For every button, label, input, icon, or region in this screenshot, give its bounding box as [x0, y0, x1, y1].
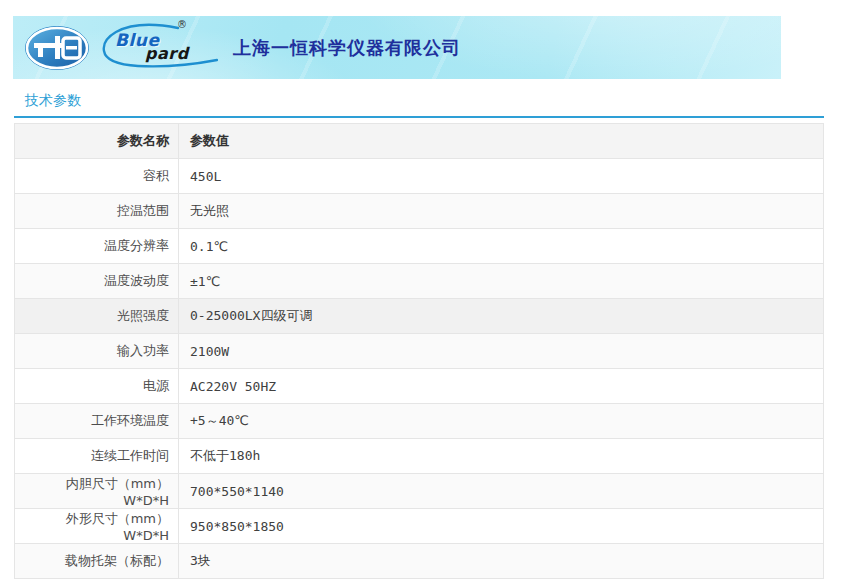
param-value-cell: 0.1℃ — [179, 229, 824, 264]
column-header-param-value: 参数值 — [179, 124, 824, 159]
table-row: 外形尺寸（mm）W*D*H950*850*1850 — [15, 509, 824, 544]
param-name-cell: 内胆尺寸（mm）W*D*H — [15, 474, 179, 509]
table-row: 控温范围无光照 — [15, 194, 824, 229]
param-value-cell: 无光照 — [179, 194, 824, 229]
spec-table: 参数名称 参数值 容积450L控温范围无光照温度分辨率0.1℃温度波动度±1℃光… — [14, 123, 824, 579]
section-title: 技术参数 — [14, 92, 824, 118]
table-row: 输入功率2100W — [15, 334, 824, 369]
spec-table-header: 参数名称 参数值 — [15, 124, 824, 159]
param-value-cell: 2100W — [179, 334, 824, 369]
brand-pard-text: pard — [145, 44, 189, 63]
table-row: 载物托架（标配）3块 — [15, 544, 824, 579]
param-name-cell: 输入功率 — [15, 334, 179, 369]
param-name-cell: 连续工作时间 — [15, 439, 179, 474]
param-name-cell: 工作环境温度 — [15, 404, 179, 439]
company-name: 上海一恒科学仪器有限公司 — [233, 36, 461, 60]
param-name-cell: 控温范围 — [15, 194, 179, 229]
param-value-cell: 不低于180h — [179, 439, 824, 474]
param-name-cell: 载物托架（标配） — [15, 544, 179, 579]
param-value-cell: 950*850*1850 — [179, 509, 824, 544]
param-value-cell: 700*550*1140 — [179, 474, 824, 509]
param-value-cell: 450L — [179, 159, 824, 194]
param-value-cell: 3块 — [179, 544, 824, 579]
bluepard-logo: Blue pard ® — [100, 21, 218, 75]
registered-trademark-icon: ® — [177, 19, 187, 30]
table-row: 连续工作时间不低于180h — [15, 439, 824, 474]
param-name-cell: 温度波动度 — [15, 264, 179, 299]
param-name-cell: 温度分辨率 — [15, 229, 179, 264]
table-row: 容积450L — [15, 159, 824, 194]
param-value-cell: ±1℃ — [179, 264, 824, 299]
table-row: 电源AC220V 50HZ — [15, 369, 824, 404]
param-value-cell: AC220V 50HZ — [179, 369, 824, 404]
column-header-param-name: 参数名称 — [15, 124, 179, 159]
table-row: 温度分辨率0.1℃ — [15, 229, 824, 264]
param-name-cell: 容积 — [15, 159, 179, 194]
header-banner: Blue pard ® 上海一恒科学仪器有限公司 — [13, 16, 781, 79]
header-row: 参数名称 参数值 — [15, 124, 824, 159]
spec-table-body: 容积450L控温范围无光照温度分辨率0.1℃温度波动度±1℃光照强度0-2500… — [15, 159, 824, 579]
table-row: 工作环境温度+5～40℃ — [15, 404, 824, 439]
yiheng-oval-logo-icon — [24, 25, 90, 71]
table-row: 温度波动度±1℃ — [15, 264, 824, 299]
param-name-cell: 电源 — [15, 369, 179, 404]
table-row: 光照强度0-25000LX四级可调 — [15, 299, 824, 334]
table-row: 内胆尺寸（mm）W*D*H700*550*1140 — [15, 474, 824, 509]
param-name-cell: 光照强度 — [15, 299, 179, 334]
param-value-cell: 0-25000LX四级可调 — [179, 299, 824, 334]
param-value-cell: +5～40℃ — [179, 404, 824, 439]
param-name-cell: 外形尺寸（mm）W*D*H — [15, 509, 179, 544]
